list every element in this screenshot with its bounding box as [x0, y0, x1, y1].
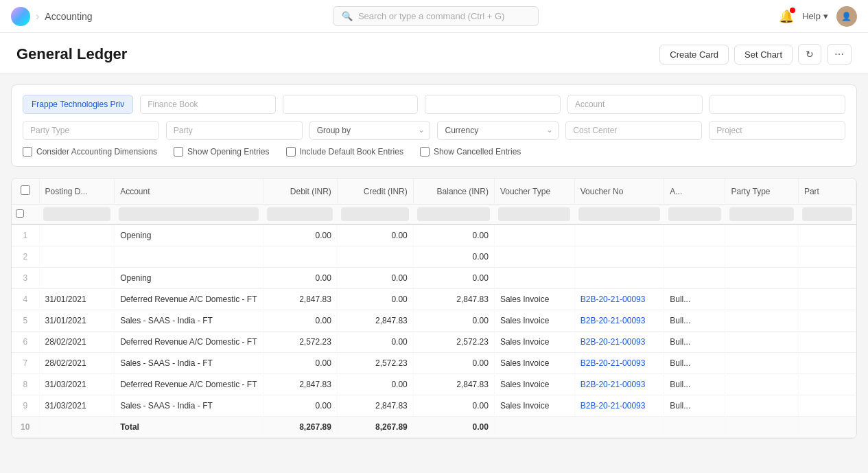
show-opening-entries-checkbox[interactable]: Show Opening Entries [174, 147, 269, 157]
consider-accounting-dimensions-checkbox[interactable]: Consider Accounting Dimensions [23, 147, 157, 157]
cell-voucher-no[interactable]: B2B-20-21-00093 [574, 353, 664, 374]
avatar[interactable]: 👤 [836, 6, 857, 27]
select-all-checkbox[interactable] [21, 185, 30, 195]
col-credit[interactable]: Credit (INR) [337, 178, 413, 205]
cell-a: Bull... [664, 289, 725, 310]
filter-input-date[interactable] [43, 207, 110, 221]
cell-voucher-no[interactable]: B2B-20-21-00093 [574, 332, 664, 353]
refresh-button[interactable]: ↻ [798, 44, 821, 65]
group-by-select[interactable]: Group by Voucher Type Account [309, 121, 431, 140]
col-account[interactable]: Account [115, 178, 263, 205]
cell-account: Sales - SAAS - India - FT [115, 395, 263, 417]
cell-account: Deferred Revenue A/C Domestic - FT [115, 289, 263, 310]
cell-voucher-no[interactable]: B2B-20-21-00093 [574, 310, 664, 332]
cell-credit: 0.00 [337, 268, 413, 289]
table-row: 531/01/2021Sales - SAAS - India - FT0.00… [12, 310, 856, 332]
cell-voucher-no[interactable]: B2B-20-21-00093 [574, 395, 664, 417]
project-input[interactable] [709, 121, 845, 140]
finance-book-input[interactable] [140, 95, 276, 114]
party-input[interactable] [166, 121, 303, 140]
filter-input-voucher-no[interactable] [578, 207, 660, 221]
filter-input-voucher-type[interactable] [498, 207, 570, 221]
app-logo[interactable] [11, 7, 30, 26]
cell-balance: 0.00 [413, 310, 494, 332]
cost-center-input[interactable] [565, 121, 702, 140]
cell-party-type [725, 353, 799, 374]
table-header-row: Posting D... Account Debit (INR) Credit … [12, 178, 856, 205]
col-voucher-no[interactable]: Voucher No [574, 178, 664, 205]
filter-input-credit[interactable] [341, 207, 409, 221]
cell-voucher-no[interactable]: B2B-20-21-00093 [574, 374, 664, 395]
consider-accounting-dimensions-label: Consider Accounting Dimensions [36, 147, 157, 157]
search-bar[interactable]: 🔍 Search or type a command (Ctrl + G) [333, 6, 539, 26]
cell-row-num: 10 [12, 417, 39, 438]
cell-a [664, 417, 725, 438]
nav-breadcrumb[interactable]: Accounting [45, 11, 92, 22]
cell-voucher-no [574, 268, 664, 289]
show-cancelled-entries-label: Show Cancelled Entries [434, 147, 521, 157]
cell-debit: 8,267.89 [263, 417, 337, 438]
cell-a: Bull... [664, 310, 725, 332]
col-part[interactable]: Part [798, 178, 856, 205]
show-cancelled-entries-checkbox[interactable]: Show Cancelled Entries [420, 147, 521, 157]
cell-party-type [725, 289, 799, 310]
search-icon: 🔍 [342, 11, 353, 21]
nav-left: › Accounting [11, 7, 93, 26]
cell-debit: 2,847.83 [263, 289, 337, 310]
account-value-input[interactable]: B2B-20-21-00093 [709, 95, 845, 114]
account-input[interactable] [567, 95, 703, 114]
cell-posting-date: 31/03/2021 [39, 395, 115, 417]
more-options-button[interactable]: ⋯ [827, 44, 852, 65]
party-type-input[interactable] [23, 121, 159, 140]
show-cancelled-entries-input[interactable] [420, 147, 430, 157]
cell-part [798, 310, 856, 332]
col-posting-date[interactable]: Posting D... [39, 178, 115, 205]
cell-account: Deferred Revenue A/C Domestic - FT [115, 374, 263, 395]
date-to-input[interactable]: 26/04/2021 [425, 95, 561, 114]
set-chart-button[interactable]: Set Chart [734, 45, 793, 65]
col-balance[interactable]: Balance (INR) [413, 178, 494, 205]
filter-input-part[interactable] [802, 207, 852, 221]
cell-row-num: 3 [12, 268, 39, 289]
table-container: Posting D... Account Debit (INR) Credit … [11, 178, 857, 439]
cell-voucher-no[interactable]: B2B-20-21-00093 [574, 289, 664, 310]
filter-input-debit[interactable] [267, 207, 333, 221]
cell-voucher-type [494, 268, 574, 289]
include-default-book-entries-input[interactable] [286, 147, 296, 157]
cell-balance: 0.00 [413, 268, 494, 289]
currency-select[interactable]: Currency INR USD [437, 121, 559, 140]
cell-part [798, 332, 856, 353]
cell-party-type [725, 374, 799, 395]
help-button[interactable]: Help ▾ [802, 11, 828, 21]
cell-debit [263, 246, 337, 268]
currency-wrapper: Currency INR USD [437, 121, 559, 140]
notification-bell[interactable]: 🔔 [779, 9, 794, 24]
date-from-input[interactable]: 01/01/2021 [283, 95, 419, 114]
consider-accounting-dimensions-input[interactable] [23, 147, 32, 157]
filter-input-party-type[interactable] [729, 207, 795, 221]
filter-cell-debit [263, 205, 337, 225]
cell-party-type [725, 395, 799, 417]
show-opening-entries-input[interactable] [174, 147, 183, 157]
create-card-button[interactable]: Create Card [659, 45, 729, 65]
filter-cell-balance [413, 205, 494, 225]
general-ledger-table: Posting D... Account Debit (INR) Credit … [12, 178, 856, 438]
cell-voucher-type: Sales Invoice [494, 289, 574, 310]
cell-part [798, 374, 856, 395]
col-party-type[interactable]: Party Type [725, 178, 799, 205]
nav-right: 🔔 Help ▾ 👤 [779, 6, 857, 27]
cell-debit: 0.00 [263, 395, 337, 417]
table-filter-row [12, 205, 856, 225]
filter-checkbox[interactable] [16, 209, 24, 218]
filter-input-a[interactable] [668, 207, 721, 221]
filter-cell-a [664, 205, 725, 225]
cell-posting-date: 31/01/2021 [39, 289, 115, 310]
filter-input-balance[interactable] [417, 207, 490, 221]
cell-a: Bull... [664, 353, 725, 374]
company-chip[interactable]: Frappe Technologies Priv [23, 95, 133, 114]
filter-input-account[interactable] [119, 207, 259, 221]
col-a[interactable]: A... [664, 178, 725, 205]
col-debit[interactable]: Debit (INR) [263, 178, 337, 205]
col-voucher-type[interactable]: Voucher Type [494, 178, 574, 205]
include-default-book-entries-checkbox[interactable]: Include Default Book Entries [286, 147, 403, 157]
